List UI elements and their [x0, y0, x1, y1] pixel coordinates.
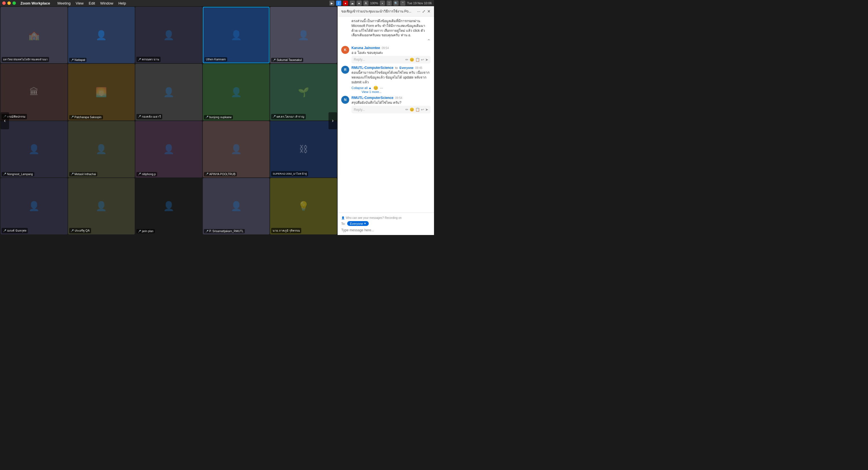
copy-icon[interactable]: 📋: [415, 58, 420, 62]
video-tile[interactable]: 🏫 มหาวิทยาลัยเทคโนโลยีราชมงคลล้านนา: [1, 7, 67, 63]
chat-message: ตรงส่วนนี้ เป็นการดึงข้อมูลเดิมที่มีการก…: [341, 19, 431, 44]
to-label: To:: [341, 222, 345, 225]
participant-name: ผศ.ดร.โสภณา สำราญ: [277, 114, 304, 119]
participant-name: ดรณ์/ศิลปกรรม: [7, 114, 26, 119]
video-tile[interactable]: 👤 🎤 Metasit Inthachai: [68, 121, 135, 177]
mic-icon: 🎤: [273, 115, 276, 118]
participant-name: Patcharapa Saksopin: [74, 116, 101, 119]
menu-help[interactable]: Help: [116, 1, 128, 6]
video-tile[interactable]: 💡 นาย ภาคภูมิ รุจิพรรณ: [270, 178, 337, 234]
more-options-icon[interactable]: ···: [417, 9, 421, 13]
menu-window[interactable]: Window: [98, 1, 116, 6]
more-options-icon[interactable]: ···: [380, 86, 383, 90]
next-page-button[interactable]: ›: [329, 112, 337, 129]
video-tile[interactable]: 👤 🎤 Nattapat: [68, 7, 135, 63]
close-icon[interactable]: ✕: [427, 9, 431, 13]
popout-icon[interactable]: ⤢: [422, 9, 426, 13]
video-tile[interactable]: 👤 🎤 APINYA POOLTRUB: [203, 121, 270, 177]
menu-bar: Zoom Workplace Meeting View Edit Window …: [18, 1, 128, 6]
chat-panel: ขอเชิญเข้าร่วมประชุมแนะนำวิธีการใช้งาน P…: [338, 6, 434, 235]
video-tile[interactable]: 👤 🎤 jarin plan: [135, 178, 202, 234]
message-time: 09:46: [415, 66, 422, 69]
participant-name-tag: 🎤 Patcharapa Saksopin: [69, 115, 103, 119]
to-everyone-button[interactable]: Everyone ▾: [347, 221, 369, 226]
view-more-link[interactable]: View 1 more...: [351, 90, 431, 94]
participant-name-tag: 🎤 Metasit Inthachai: [69, 172, 98, 176]
video-tile[interactable]: 👤 🎤 กองคลัง-เมธาวี: [135, 64, 202, 120]
message-input[interactable]: [341, 228, 431, 233]
menu-edit[interactable]: Edit: [87, 1, 97, 6]
mic-icon: 🎤: [71, 59, 74, 62]
recording-text: Who can see your messages? Recording on: [346, 216, 402, 220]
emoji-icon[interactable]: ✏: [405, 58, 408, 62]
participant-name-tag: 🎤 jarin plan: [136, 229, 155, 233]
reply-box[interactable]: Reply... ✏ 😊 📋 ↩ ➤: [351, 106, 431, 113]
participant-name: Sukumal Tauwsakul: [277, 58, 302, 62]
mic-icon: 🎤: [205, 116, 209, 119]
video-content: 👤: [270, 7, 337, 63]
participant-name-tag: มหาวิทยาลัยเทคโนโลยีราชมงคลล้านนา: [2, 57, 49, 62]
menu-meeting[interactable]: Meeting: [55, 1, 73, 6]
video-tile[interactable]: ⛓ SUPERAI2-2092_มาโนช น้าฟู: [270, 121, 337, 177]
video-tile[interactable]: 👤 🎤 nitiphong.p: [135, 121, 202, 177]
mic-icon: 🎤: [138, 115, 141, 118]
message-text: ตรงส่วนนี้ เป็นการดึงข้อมูลเดิมที่มีการก…: [351, 19, 431, 38]
traffic-lights: [2, 1, 16, 5]
person-icon: 👤: [341, 216, 345, 220]
video-tile[interactable]: 👤 🎤 ณรงค์ นันทกุศล: [1, 178, 67, 234]
video-content: 🏛: [1, 64, 67, 120]
sender-name: Karuna Jainontee: [351, 46, 380, 50]
to-everyone-label: Everyone: [350, 222, 363, 225]
video-tile[interactable]: 🌱 🎤 ผศ.ดร.โสภณา สำราญ: [270, 64, 337, 120]
reply-box[interactable]: Reply... ✏ 😊 📋 ↩ ➤: [351, 56, 431, 64]
collapse-all-button[interactable]: Collapse all ▲: [351, 86, 372, 90]
video-tile[interactable]: 🌅 🎤 Patcharapa Saksopin: [68, 64, 135, 120]
video-tile[interactable]: 👤 🎤 พรรณพร น่าน: [135, 7, 202, 63]
battery-icon: ▪: [380, 1, 385, 6]
mic-icon: 🎤: [71, 116, 74, 119]
video-content: 🏫: [1, 7, 67, 63]
close-button[interactable]: [2, 1, 6, 5]
reply-actions: ✏ 😊 📋 ↩ ➤: [405, 58, 428, 62]
send-reply-icon[interactable]: ➤: [425, 107, 428, 112]
recipient-name: Everyone: [399, 66, 413, 69]
message-header: Karuna Jainontee 09:54: [351, 46, 431, 50]
record-icon: ●: [343, 1, 348, 6]
video-tile[interactable]: 👤 🎤 bunjong oupkaew: [203, 64, 270, 120]
prev-page-button[interactable]: ‹: [1, 112, 9, 129]
participant-name-tag: นาย ภาคภูมิ รุจิพรรณ: [271, 228, 301, 233]
video-content: 👤: [203, 121, 270, 177]
main-container: ‹ › 1/24 1/24 🏫 มหาวิทยาลัยเทคโนโลยีราชม…: [0, 6, 434, 235]
video-tile[interactable]: 👤 🎤 P. Srisamattjakarn_RMUTL: [203, 178, 270, 234]
scroll-up-icon[interactable]: ⌃: [427, 38, 431, 44]
minimize-button[interactable]: [7, 1, 11, 5]
datetime: Tue 19 Nov 10:06: [407, 1, 432, 5]
emoji-smile-icon[interactable]: 😊: [410, 107, 414, 112]
video-tile[interactable]: 🏛 🎤 ดรณ์/ศิลปกรรม: [1, 64, 67, 120]
send-reply-icon[interactable]: ➤: [425, 58, 428, 62]
video-tile-active[interactable]: 👤 Uthen Kamnarn: [203, 7, 270, 63]
video-tile[interactable]: 👤 🎤 ประเสริฐ QA: [68, 178, 135, 234]
video-tile[interactable]: 👤 🎤 Nongnoot_Lampang: [1, 121, 67, 177]
chat-header: ขอเชิญเข้าร่วมประชุมแนะนำวิธีการใช้งาน P…: [338, 6, 434, 16]
video-tile[interactable]: 👤 🎤 Sukumal Tauwsakul: [270, 7, 337, 63]
edit-icon[interactable]: ✏: [405, 107, 408, 112]
reply-actions: ✏ 😊 📋 ↩ ➤: [405, 107, 428, 112]
forward-icon[interactable]: ↩: [421, 58, 424, 62]
copy-icon[interactable]: 📋: [415, 107, 420, 112]
search-icon[interactable]: 🔍: [394, 1, 399, 6]
participant-name-tag: 🎤 ประเสริฐ QA: [69, 228, 91, 233]
video-content: 👤: [68, 7, 135, 63]
mic-icon: 🎤: [138, 173, 141, 175]
video-content: 👤: [135, 178, 202, 234]
video-content: 👤: [135, 64, 202, 120]
chevron-down-icon: ▾: [364, 222, 366, 225]
chat-footer: 👤 Who can see your messages? Recording o…: [338, 212, 434, 235]
app-name: Zoom Workplace: [18, 1, 53, 6]
menu-view[interactable]: View: [73, 1, 86, 6]
fullscreen-button[interactable]: [12, 1, 16, 5]
emoji-smile-icon[interactable]: 😊: [410, 58, 414, 62]
emoji-react-icon[interactable]: 😊: [373, 86, 378, 90]
forward-icon[interactable]: ↩: [421, 107, 424, 112]
mic-icon: 🎤: [71, 173, 74, 175]
